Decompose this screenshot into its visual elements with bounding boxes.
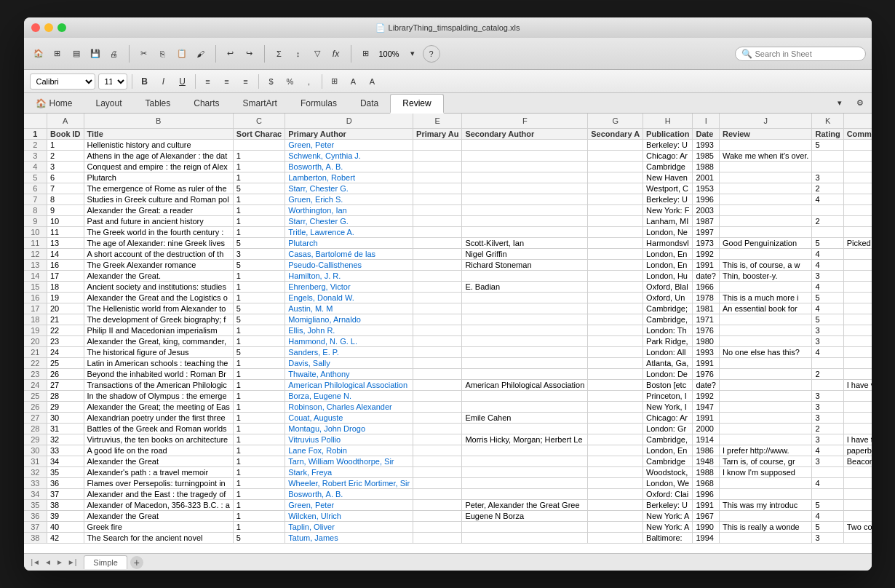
cell[interactable] [719,357,811,368]
cell[interactable]: 1 [233,204,285,215]
cell[interactable] [462,521,588,532]
cell[interactable] [719,161,811,172]
percent-button[interactable]: % [282,74,298,90]
cell[interactable]: 5 [233,303,285,314]
cell[interactable] [719,510,811,521]
cell[interactable]: 29 [47,401,84,412]
cell[interactable]: Virtruvius, the ten books on architectur… [84,434,233,445]
cell[interactable] [413,390,462,401]
cell[interactable]: 4 [812,281,843,292]
cell[interactable]: London, Hu [643,270,693,281]
cell[interactable] [719,423,811,434]
cell[interactable]: Flames over Persepolis: turningpoint in [84,477,233,488]
cell[interactable] [588,445,643,456]
cell[interactable] [588,139,643,150]
cell[interactable]: London: Th [643,325,693,335]
cell[interactable]: London, We [643,477,693,488]
cell[interactable]: 39 [47,510,84,521]
cell[interactable] [462,477,588,488]
cell[interactable]: 2 [47,150,84,161]
cell[interactable] [588,456,643,466]
font-color-button[interactable]: A [365,74,381,90]
cell[interactable] [719,183,811,194]
cell[interactable]: 1997 [693,226,720,237]
cell[interactable]: Taplin, Oliver [285,521,413,532]
cell[interactable]: 1 [233,521,285,532]
cell[interactable]: 1 [233,335,285,346]
cell[interactable]: 5 [812,292,843,303]
col-header-D[interactable]: D [285,114,413,128]
cell[interactable]: 3 [812,456,843,466]
cell[interactable]: Scott-Kilvert, Ian [462,237,588,248]
cell[interactable] [462,215,588,226]
cell[interactable] [588,281,643,292]
cell[interactable]: 14 [47,248,84,259]
cell[interactable]: 33 [47,445,84,456]
cell[interactable] [843,335,871,346]
cell[interactable] [719,172,811,183]
cell[interactable]: The emergence of Rome as ruler of the [84,183,233,194]
table-row[interactable]: 3639Alexander the Great1Wilcken, UlrichE… [24,510,872,521]
cell[interactable] [588,194,643,204]
cell[interactable] [413,172,462,183]
cell[interactable] [588,412,643,423]
cell[interactable]: Title [84,128,233,139]
cell[interactable] [413,488,462,499]
cell[interactable]: Tarn, William Woodthorpe, Sir [285,456,413,466]
cell[interactable]: Lanham, MI [643,215,693,226]
cell[interactable]: Berkeley: U [643,139,693,150]
close-button[interactable] [31,23,40,32]
cell[interactable]: This was my introduc [719,499,811,510]
cell[interactable]: The development of Greek biography; f [84,314,233,325]
cell[interactable]: 1988 [693,161,720,172]
cell[interactable] [588,510,643,521]
cell[interactable]: 5 [233,259,285,270]
cell[interactable]: 5 [812,139,843,150]
col-header-J[interactable]: J [719,114,811,128]
cell[interactable]: Alexander of Macedon, 356-323 B.C. : a [84,499,233,510]
cell[interactable] [413,368,462,379]
cell[interactable]: Harmondsvl [643,237,693,248]
cell[interactable]: Wilcken, Ulrich [285,510,413,521]
cell[interactable] [413,248,462,259]
cell[interactable] [843,466,871,477]
cell[interactable]: No one else has this? [719,346,811,357]
cell[interactable]: 42 [47,532,84,543]
cell[interactable]: Studies in Greek culture and Roman pol [84,194,233,204]
table-row[interactable]: 89Alexander the Great: a reader1Worthing… [24,204,872,215]
cell[interactable] [843,248,871,259]
cell[interactable] [462,488,588,499]
cell[interactable]: Lane Fox, Robin [285,445,413,456]
cell[interactable] [413,161,462,172]
cell[interactable]: 37 [47,488,84,499]
cell[interactable] [462,226,588,237]
col-header-E[interactable]: E [413,114,462,128]
bold-button[interactable]: B [137,74,153,90]
align-right-button[interactable]: ≡ [238,74,254,90]
cell[interactable] [843,368,871,379]
cell[interactable]: Secondary Author [462,128,588,139]
cell[interactable]: 9 [47,204,84,215]
cell[interactable]: In the shadow of Olympus : the emerge [84,390,233,401]
cell[interactable]: 6 [47,172,84,183]
undo-icon[interactable]: ↩ [222,45,239,63]
cell[interactable] [719,412,811,423]
cell[interactable] [462,183,588,194]
cell[interactable]: 1978 [693,292,720,303]
maximize-button[interactable] [57,23,66,32]
cell[interactable]: Oxford, Un [643,292,693,303]
cell[interactable] [719,390,811,401]
cell[interactable] [413,466,462,477]
copy-icon[interactable]: ⎘ [154,45,172,63]
table-row[interactable]: 3842The Search for the ancient novel5Tat… [24,532,872,543]
cell[interactable] [719,335,811,346]
cell[interactable]: Alexander the Great [84,510,233,521]
cell[interactable]: New York: A [643,510,693,521]
cell[interactable] [588,368,643,379]
cell[interactable]: 3 [812,412,843,423]
cell[interactable]: An essential book for [719,303,811,314]
cell[interactable]: 2001 [693,172,720,183]
save-icon[interactable]: 💾 [87,45,104,63]
cell[interactable]: 3 [47,161,84,172]
cell[interactable]: 3 [812,434,843,445]
